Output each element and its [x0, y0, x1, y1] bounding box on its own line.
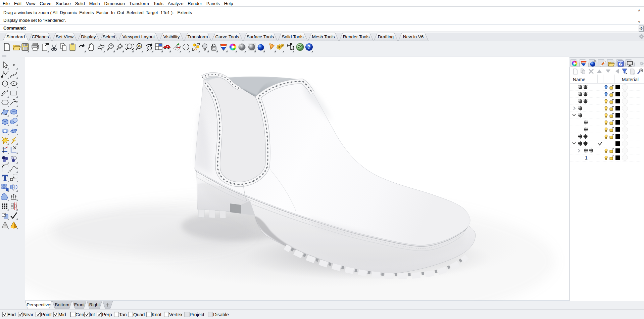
svg-text:Knot: Knot	[152, 312, 161, 317]
svg-text:Disable: Disable	[213, 312, 229, 317]
svg-text:Near: Near	[23, 312, 34, 317]
svg-text:?: ?	[308, 44, 311, 50]
svg-text:Curve Tools: Curve Tools	[215, 34, 239, 39]
svg-text:Cen: Cen	[76, 312, 84, 317]
svg-text:Visibility: Visibility	[163, 34, 180, 39]
svg-text:Perspective: Perspective	[27, 302, 50, 307]
svg-text:Mesh Tools: Mesh Tools	[312, 34, 335, 39]
svg-text:Project: Project	[190, 312, 204, 317]
svg-text:Right: Right	[89, 302, 100, 307]
svg-text:Vertex: Vertex	[169, 312, 183, 317]
svg-text:Surface Tools: Surface Tools	[247, 34, 274, 39]
svg-text:Quad: Quad	[133, 312, 145, 317]
svg-text:Select: Select	[103, 34, 115, 39]
svg-text:Bottom: Bottom	[55, 302, 69, 307]
svg-text:Transform: Transform	[187, 34, 208, 39]
svg-text:Set View: Set View	[56, 34, 73, 39]
svg-text:Mid: Mid	[58, 312, 66, 317]
svg-text:Perp: Perp	[102, 312, 112, 317]
svg-text:Point: Point	[41, 312, 52, 317]
svg-text:Front: Front	[74, 302, 85, 307]
svg-text:New in V6: New in V6	[403, 34, 424, 39]
svg-text:Solid Tools: Solid Tools	[282, 34, 303, 39]
svg-text:Drafting: Drafting	[378, 34, 394, 39]
svg-text:?: ?	[620, 62, 622, 66]
svg-text:Tan: Tan	[119, 312, 127, 317]
svg-text:CPlanes: CPlanes	[32, 34, 49, 39]
svg-text:End: End	[7, 312, 16, 317]
svg-text:Display: Display	[81, 34, 96, 39]
svg-text:1: 1	[585, 155, 588, 161]
svg-text:Standard: Standard	[6, 34, 25, 39]
svg-text:Int: Int	[90, 312, 95, 317]
svg-text:Viewport Layout: Viewport Layout	[122, 34, 155, 39]
svg-text:Render Tools: Render Tools	[343, 34, 370, 39]
